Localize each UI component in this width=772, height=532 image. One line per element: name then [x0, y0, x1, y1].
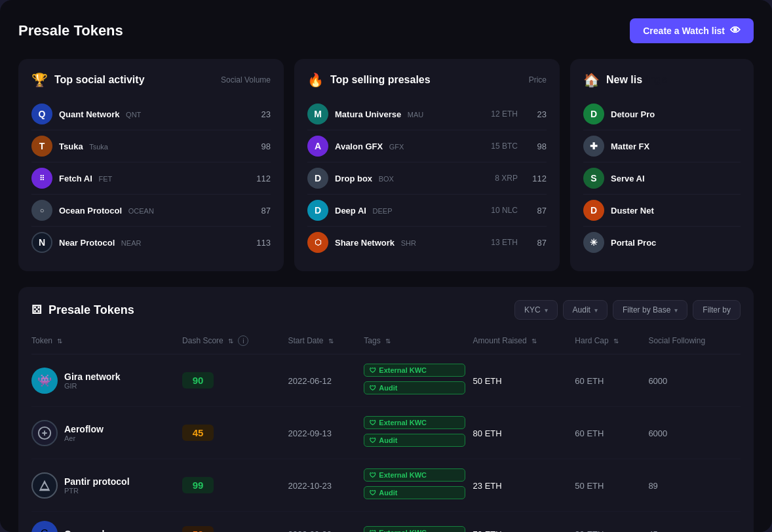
- social-following: 6000: [648, 428, 667, 438]
- list-item: D Duster Net: [583, 195, 741, 227]
- token-price: 8 XRP: [495, 174, 518, 183]
- table-title: ⚄ Presale Tokens: [31, 303, 134, 317]
- token-count: 112: [526, 174, 547, 183]
- token-price: 13 ETH: [491, 238, 518, 247]
- table-row: G Gero carbon 50 2022-09-30 🛡: [31, 512, 741, 533]
- col-token[interactable]: Token ⇅: [31, 330, 182, 354]
- social-panel-title: Top social activity: [54, 74, 214, 86]
- start-date: 2022-09-30: [288, 529, 332, 532]
- col-amount-raised[interactable]: Amount Raised ⇅: [473, 330, 575, 354]
- token-name: Ocean Protocol OCEAN: [59, 206, 250, 216]
- tags-cell: 🛡 External KWC 🛡 Audit: [364, 468, 465, 502]
- shield-icon: 🛡: [370, 529, 376, 533]
- fire-icon: 🔥: [307, 72, 324, 88]
- list-item: Q Quant Network QNT 23: [31, 98, 271, 130]
- token-name: Drop box BOX: [335, 174, 495, 183]
- token-cell: G Gero carbon: [31, 521, 174, 532]
- tags-cell: 🛡 External KWC: [364, 526, 465, 532]
- avatar: G: [31, 521, 58, 532]
- hard-cap: 89 ETH: [575, 529, 604, 532]
- social-volume: 98: [250, 142, 271, 151]
- avatar: T: [31, 136, 52, 157]
- selling-panel-subtitle: Price: [529, 75, 547, 85]
- social-following: 45: [648, 529, 657, 532]
- token-name: Matter FX: [611, 142, 741, 151]
- avatar: N: [31, 232, 52, 253]
- presale-tokens-section: ⚄ Presale Tokens KYC ▾ Audit ▾ Filter by…: [18, 287, 754, 532]
- token-symbol: Aer: [64, 434, 104, 442]
- start-date: 2022-10-23: [288, 481, 332, 491]
- token-name: Deep AI DEEP: [335, 206, 491, 216]
- avatar: ✳: [583, 232, 604, 253]
- token-name: Gero carbon: [64, 529, 119, 532]
- social-panel-subtitle: Social Volume: [221, 75, 271, 85]
- sort-icon: ⇅: [385, 337, 391, 345]
- col-dash-score[interactable]: Dash Score ⇅ i: [182, 330, 288, 354]
- avatar: D: [583, 200, 604, 221]
- selling-token-list: M Matura Universe MAU 12 ETH 23 A Avalon…: [307, 98, 547, 258]
- audit-filter-label: Audit: [573, 305, 590, 314]
- header: Presale Tokens Create a Watch list 👁: [18, 18, 754, 43]
- hard-cap: 60 ETH: [575, 376, 604, 386]
- token-price: 12 ETH: [491, 109, 518, 119]
- token-name: Share Network SHR: [335, 238, 491, 248]
- info-icon[interactable]: i: [238, 335, 248, 346]
- sort-icon: ⇅: [613, 337, 619, 345]
- top-panels: 🏆 Top social activity Social Volume Q Qu…: [18, 59, 754, 271]
- list-item: M Matura Universe MAU 12 ETH 23: [307, 98, 547, 130]
- audit-filter-button[interactable]: Audit ▾: [563, 300, 608, 320]
- avatar: [31, 420, 58, 446]
- table-row: Pantir protocol PTR 99 2022-10-23 🛡 Exte…: [31, 459, 741, 512]
- token-name: Gira network: [64, 371, 121, 382]
- avatar: Q: [31, 104, 52, 124]
- avatar: A: [307, 136, 328, 157]
- start-date: 2022-06-12: [288, 376, 332, 386]
- kyc-filter-button[interactable]: KYC ▾: [514, 300, 558, 320]
- base-filter-button[interactable]: Filter by Base ▾: [613, 300, 687, 320]
- tags-cell: 🛡 External KWC 🛡 Audit: [364, 416, 465, 449]
- avatar: D: [307, 200, 328, 221]
- list-item: D Detour Pro: [583, 98, 741, 130]
- token-name: Aeroflow: [64, 424, 104, 434]
- audit-tag: 🛡 Audit: [364, 486, 465, 499]
- social-volume: 23: [250, 109, 271, 119]
- token-name: Near Protocol NEAR: [59, 238, 250, 248]
- new-listings-icon: 🏠: [583, 72, 600, 88]
- col-tags[interactable]: Tags ⇅: [364, 330, 473, 354]
- new-listings-header: 🏠 New listings: [583, 72, 741, 88]
- avatar: ⠿: [31, 168, 52, 189]
- eye-icon: 👁: [730, 25, 741, 37]
- col-hard-cap[interactable]: Hard Cap ⇅: [575, 330, 648, 354]
- dash-score: 45: [182, 425, 214, 441]
- table-row: Aeroflow Aer 45 2022-09-13 🛡 External KW…: [31, 407, 741, 459]
- col-start-date[interactable]: Start Date ⇅: [288, 330, 364, 354]
- list-item: ⠿ Fetch AI FET 112: [31, 162, 271, 195]
- sort-icon: ⇅: [57, 337, 62, 345]
- chevron-down-icon: ▾: [594, 307, 598, 314]
- sort-icon: ⇅: [328, 337, 334, 345]
- social-following: 89: [648, 481, 657, 491]
- shield-icon: 🛡: [370, 437, 376, 444]
- page-title: Presale Tokens: [18, 22, 123, 39]
- new-listings-title: New listings: [606, 74, 741, 86]
- other-filter-button[interactable]: Filter by: [693, 300, 741, 320]
- audit-tag: 🛡 Audit: [364, 434, 465, 447]
- table-icon: ⚄: [31, 303, 42, 317]
- social-volume: 113: [250, 238, 271, 248]
- create-watchlist-button[interactable]: Create a Watch list 👁: [630, 18, 754, 43]
- list-item: ✳ Portal Proc: [583, 227, 741, 258]
- amount-raised: 23 ETH: [473, 481, 502, 491]
- token-name: Portal Proc: [611, 238, 741, 248]
- token-name: Avalon GFX GFX: [335, 142, 491, 151]
- new-listings-list: D Detour Pro ✚ Matter FX S Serve AI D Du…: [583, 98, 741, 258]
- kwc-tag: 🛡 External KWC: [364, 416, 465, 429]
- hard-cap: 50 ETH: [575, 481, 604, 491]
- token-name: Detour Pro: [611, 109, 741, 119]
- list-item: N Near Protocol NEAR 113: [31, 227, 271, 258]
- token-name: Tsuka Tsuka: [59, 142, 250, 151]
- token-name: Quant Network QNT: [59, 109, 250, 119]
- table-row: 👾 Gira network GIR 90 2022-06-12: [31, 354, 741, 407]
- token-symbol: PTR: [64, 487, 130, 495]
- token-name: Duster Net: [611, 206, 741, 216]
- tags-cell: 🛡 External KWC 🛡 Audit: [364, 364, 465, 397]
